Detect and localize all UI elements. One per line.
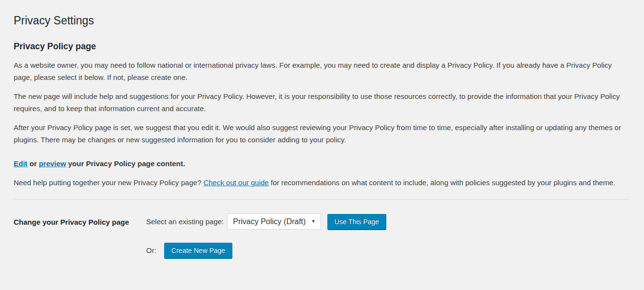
chevron-down-icon: ▼ <box>311 219 316 224</box>
intro-paragraph: As a website owner, you may need to foll… <box>14 59 630 83</box>
edit-preview-line: Edit or preview your Privacy Policy page… <box>14 157 630 170</box>
preview-link[interactable]: preview <box>39 159 66 168</box>
edit-line-rest-text: your Privacy Policy page content. <box>66 159 185 168</box>
help-line-before-text: Need help putting together your new Priv… <box>14 178 203 187</box>
help-line-after-text: for recommendations on what content to i… <box>269 178 615 187</box>
create-page-row-label-spacer <box>14 243 146 246</box>
or-label: Or: <box>146 243 156 258</box>
select-existing-page-label: Select an existing page: <box>146 214 224 230</box>
use-this-page-button[interactable]: Use This Page <box>327 214 387 230</box>
privacy-settings-page: Privacy Settings Privacy Policy page As … <box>0 0 644 290</box>
page-title: Privacy Settings <box>14 14 630 28</box>
edit-line-or-text: or <box>27 159 38 168</box>
create-page-controls: Or: Create New Page <box>146 243 232 258</box>
section-divider <box>14 199 630 200</box>
existing-page-select[interactable]: Privacy Policy (Draft) ▼ <box>227 213 321 230</box>
new-page-paragraph: The new page will include help and sugge… <box>14 90 630 115</box>
create-new-page-button[interactable]: Create New Page <box>164 243 233 258</box>
after-set-paragraph: After your Privacy Policy page is set, w… <box>14 121 630 146</box>
guide-link[interactable]: Check out our guide <box>203 178 268 187</box>
change-policy-row-label: Change your Privacy Policy page <box>14 213 146 228</box>
select-page-controls: Select an existing page: Privacy Policy … <box>146 213 386 230</box>
edit-link[interactable]: Edit <box>14 159 27 168</box>
change-policy-row: Change your Privacy Policy page Select a… <box>14 213 630 230</box>
privacy-policy-section-heading: Privacy Policy page <box>14 41 630 52</box>
existing-page-select-value: Privacy Policy (Draft) <box>233 217 305 226</box>
help-line: Need help putting together your new Priv… <box>14 176 630 189</box>
create-page-row: Or: Create New Page <box>14 243 630 258</box>
